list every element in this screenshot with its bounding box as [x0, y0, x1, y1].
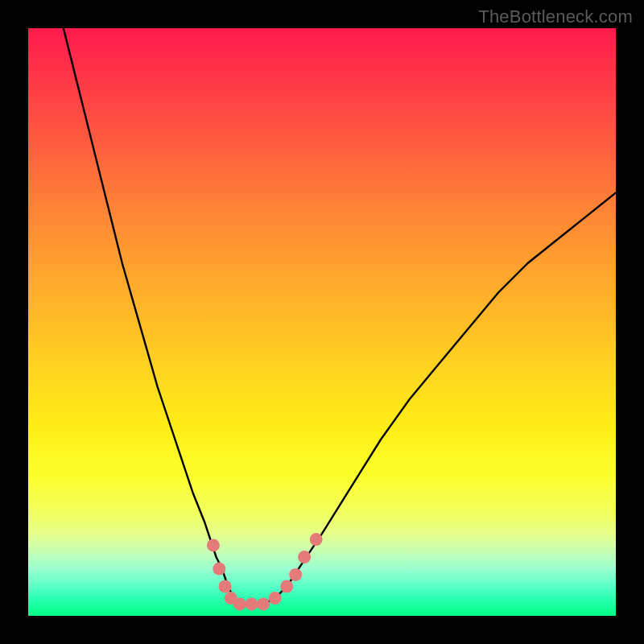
marker-group	[207, 533, 323, 610]
chart-frame: TheBottleneck.com	[0, 0, 644, 644]
watermark-text: TheBottleneck.com	[478, 6, 633, 27]
data-marker	[245, 597, 258, 610]
data-marker	[213, 563, 225, 576]
chart-svg	[28, 28, 616, 616]
data-marker	[298, 551, 311, 564]
data-marker	[257, 597, 270, 610]
data-marker	[269, 592, 282, 605]
plot-area	[28, 28, 616, 616]
data-marker	[289, 568, 302, 581]
data-marker	[207, 539, 220, 551]
data-marker	[219, 580, 232, 593]
data-marker	[280, 580, 293, 593]
data-marker	[310, 533, 323, 546]
data-marker	[233, 597, 246, 610]
bottleneck-curve	[64, 28, 616, 604]
